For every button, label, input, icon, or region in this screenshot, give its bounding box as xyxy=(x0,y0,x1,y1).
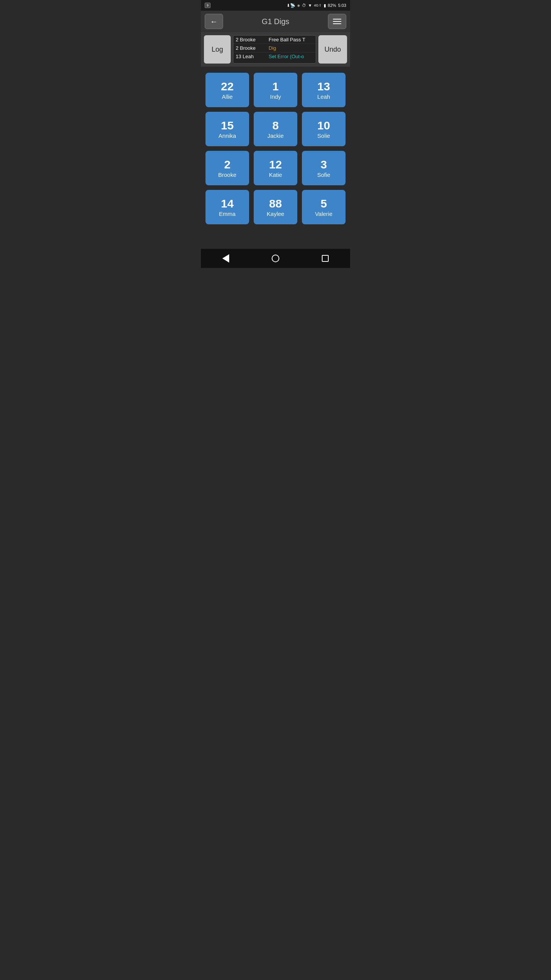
player-button-valerie[interactable]: 5Valerie xyxy=(302,190,346,224)
player-grid-area: 22Allie1Indy13Leah15Annika8Jackie10Solie… xyxy=(201,67,350,249)
player-button-katie[interactable]: 12Katie xyxy=(254,151,297,185)
header: ← G1 Digs xyxy=(201,11,350,32)
player-number-5: 10 xyxy=(317,119,330,132)
player-number-7: 12 xyxy=(269,158,282,171)
signal-icon: 4G⇧ xyxy=(314,3,322,7)
back-triangle-icon xyxy=(222,254,229,263)
player-button-solie[interactable]: 10Solie xyxy=(302,112,346,146)
player-name-3: Annika xyxy=(218,132,236,139)
hamburger-line-3 xyxy=(333,23,341,24)
status-bar-left: 9 xyxy=(205,3,210,8)
player-name-0: Allie xyxy=(222,93,233,100)
log-entry-2: 2 Brooke Dig xyxy=(233,44,316,52)
player-name-8: Sofie xyxy=(317,172,330,178)
player-button-leah[interactable]: 13Leah xyxy=(302,73,346,107)
player-button-sofie[interactable]: 3Sofie xyxy=(302,151,346,185)
player-button-emma[interactable]: 14Emma xyxy=(205,190,249,224)
alarm-icon: ⏱ xyxy=(302,3,306,8)
player-button-indy[interactable]: 1Indy xyxy=(254,73,297,107)
log-action-2: Dig xyxy=(269,45,276,51)
player-name-10: Kaylee xyxy=(267,211,284,217)
wifi-icon: ▼ xyxy=(308,3,312,8)
menu-button[interactable] xyxy=(328,14,346,29)
log-player-2: 2 Brooke xyxy=(236,45,266,51)
log-action-3: Set Error (Out-o xyxy=(269,54,304,59)
hamburger-line-2 xyxy=(333,21,341,22)
player-name-6: Brooke xyxy=(218,172,236,178)
log-player-1: 2 Brooke xyxy=(236,37,266,42)
player-number-0: 22 xyxy=(221,80,233,93)
player-number-4: 8 xyxy=(272,119,279,132)
player-name-1: Indy xyxy=(270,93,281,100)
log-entry-3: 13 Leah Set Error (Out-o xyxy=(233,52,316,60)
nav-bar xyxy=(201,249,350,268)
back-button[interactable]: ← xyxy=(205,14,223,29)
back-nav-button[interactable] xyxy=(215,252,236,265)
home-circle-icon xyxy=(272,255,279,262)
notification-icon: 9 xyxy=(205,3,210,8)
battery-percent: 82% xyxy=(328,3,336,8)
log-action-1: Free Ball Pass T xyxy=(269,37,305,42)
bluetooth-symbol: ⎈ xyxy=(297,3,300,8)
player-number-2: 13 xyxy=(317,80,330,93)
player-button-brooke[interactable]: 2Brooke xyxy=(205,151,249,185)
player-name-9: Emma xyxy=(219,211,235,217)
player-number-3: 15 xyxy=(221,119,233,132)
log-entry-1: 2 Brooke Free Ball Pass T xyxy=(233,36,316,44)
log-button[interactable]: Log xyxy=(204,35,231,64)
recent-nav-button[interactable] xyxy=(315,253,336,264)
log-area: Log 2 Brooke Free Ball Pass T 2 Brooke D… xyxy=(201,32,350,67)
player-button-jackie[interactable]: 8Jackie xyxy=(254,112,297,146)
battery-icon: ▮ xyxy=(324,3,326,8)
status-bar: 9 ⬇︎📡 ⎈ ⏱ ▼ 4G⇧ ▮ 82% 5:03 xyxy=(201,0,350,11)
undo-button[interactable]: Undo xyxy=(318,35,347,64)
player-number-1: 1 xyxy=(272,80,279,93)
clock: 5:03 xyxy=(338,3,346,8)
log-entries: 2 Brooke Free Ball Pass T 2 Brooke Dig 1… xyxy=(233,35,316,64)
player-number-9: 14 xyxy=(221,197,233,210)
player-number-11: 5 xyxy=(321,197,327,210)
player-name-2: Leah xyxy=(317,93,330,100)
recent-square-icon xyxy=(322,255,329,262)
player-number-8: 3 xyxy=(321,158,327,171)
player-button-kaylee[interactable]: 88Kaylee xyxy=(254,190,297,224)
player-name-7: Katie xyxy=(269,172,282,178)
player-name-11: Valerie xyxy=(315,211,333,217)
log-player-3: 13 Leah xyxy=(236,54,266,59)
player-grid: 22Allie1Indy13Leah15Annika8Jackie10Solie… xyxy=(205,73,346,224)
player-number-6: 2 xyxy=(224,158,231,171)
player-button-allie[interactable]: 22Allie xyxy=(205,73,249,107)
page-title: G1 Digs xyxy=(262,17,289,26)
player-name-4: Jackie xyxy=(267,132,284,139)
status-bar-right: ⬇︎📡 ⎈ ⏱ ▼ 4G⇧ ▮ 82% 5:03 xyxy=(287,3,346,8)
player-button-annika[interactable]: 15Annika xyxy=(205,112,249,146)
hamburger-line-1 xyxy=(333,19,341,20)
bluetooth-icon: ⬇︎📡 xyxy=(287,3,295,8)
home-nav-button[interactable] xyxy=(265,252,286,265)
player-number-10: 88 xyxy=(269,197,282,210)
player-name-5: Solie xyxy=(317,132,330,139)
